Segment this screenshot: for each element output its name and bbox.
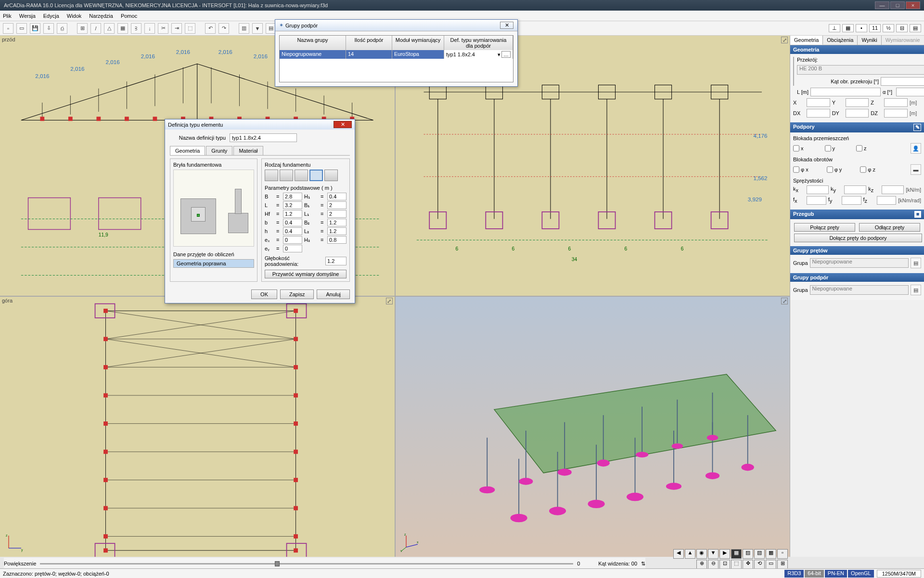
X-input[interactable] — [807, 98, 830, 107]
phiy-check[interactable] — [827, 165, 833, 174]
single-vp-icon[interactable]: ▭ — [766, 560, 776, 569]
rotate-icon[interactable]: ⟲ — [754, 560, 765, 569]
podpory-edit-icon[interactable]: ✎ — [913, 124, 921, 131]
ok-button[interactable]: OK — [251, 289, 277, 299]
B2-input[interactable] — [327, 219, 346, 226]
print-icon[interactable]: ⎙ — [57, 23, 67, 34]
ry-check[interactable] — [825, 144, 831, 153]
support-fixed-icon[interactable]: ▬ — [911, 164, 921, 175]
def-tab-grunty[interactable]: Grunty — [206, 146, 232, 155]
bars-icon[interactable]: / — [90, 23, 101, 34]
kx-input[interactable] — [807, 185, 829, 194]
dlg-grupy-close[interactable]: ✕ — [500, 22, 513, 29]
polacz-button[interactable]: Połącz pręty — [794, 223, 855, 232]
kat-stepper-icon[interactable]: ⇅ — [641, 561, 645, 567]
ey-input[interactable] — [283, 245, 302, 252]
nav-up-icon[interactable]: ▲ — [685, 549, 695, 559]
grupy-typ-edit-icon[interactable]: … — [501, 51, 511, 58]
nav-right-icon[interactable]: ▶ — [719, 549, 730, 559]
nav-left-icon[interactable]: ◀ — [673, 549, 684, 559]
def-name-input[interactable] — [230, 133, 297, 142]
fund-type-3[interactable] — [295, 170, 308, 181]
fy-input[interactable] — [842, 196, 861, 205]
fx-input[interactable] — [807, 196, 826, 205]
nav-down-icon[interactable]: ▼ — [708, 549, 719, 559]
tab-obciazenia[interactable]: Obciążenia — [823, 36, 858, 45]
viewport-top[interactable]: góra ⤢ zy — [0, 297, 395, 557]
fund-type-4[interactable] — [309, 170, 323, 181]
odlacz-button[interactable]: Odłącz pręty — [859, 223, 920, 232]
grupa-podpor-select[interactable]: Niepogrupowane — [810, 285, 909, 295]
grupa-podpor-edit-icon[interactable]: ▤ — [911, 285, 921, 295]
view-solid-icon[interactable]: ▨ — [743, 549, 753, 559]
Y-input[interactable] — [846, 98, 869, 107]
H2-input[interactable] — [327, 236, 346, 244]
L-input[interactable] — [810, 88, 881, 96]
h-input[interactable] — [283, 227, 302, 235]
Hf-input[interactable] — [283, 210, 302, 218]
supports-icon[interactable]: ⫖ — [131, 23, 141, 34]
ky-input[interactable] — [844, 185, 866, 194]
b-input[interactable] — [283, 219, 302, 226]
L2-input[interactable] — [327, 227, 346, 235]
maximize-button[interactable]: □ — [890, 1, 905, 9]
viewport-3d[interactable]: ⤢ zxy — [396, 297, 790, 557]
zoom-fit-icon[interactable]: ⊡ — [719, 560, 730, 569]
rx-check[interactable] — [793, 144, 799, 153]
fund-type-2[interactable] — [280, 170, 293, 181]
L1-input[interactable] — [327, 210, 346, 218]
kat-input[interactable] — [881, 77, 924, 86]
phix-check[interactable] — [793, 165, 799, 174]
H1-input[interactable] — [327, 193, 346, 200]
view-wire-icon[interactable]: ▦ — [731, 549, 742, 559]
menu-plik[interactable]: Plik — [3, 13, 12, 19]
snap-ortho-icon[interactable]: ⊥ — [829, 24, 840, 32]
fund-type-1[interactable] — [265, 170, 278, 181]
L-input[interactable] — [283, 201, 302, 209]
rz-check[interactable] — [856, 144, 862, 153]
close-button[interactable]: × — [906, 1, 920, 9]
DZ-input[interactable] — [884, 109, 908, 118]
pan-icon[interactable]: ✥ — [743, 560, 753, 569]
vp-expand-tr[interactable]: ⤢ — [781, 37, 788, 43]
cut-icon[interactable]: ✂ — [158, 23, 168, 34]
przekroj-select[interactable]: HE 200 B — [797, 65, 924, 75]
dolacz-button[interactable]: Dołącz pręty do podpory — [794, 234, 922, 242]
calc-icon[interactable]: ▥ — [239, 23, 249, 34]
grupa-pretow-edit-icon[interactable]: ▤ — [911, 258, 921, 268]
save-icon[interactable]: 💾 — [30, 23, 40, 34]
przegub-toggle-icon[interactable]: ■ — [914, 211, 921, 218]
snap-angle-value[interactable]: 11 — [869, 24, 881, 32]
select-icon[interactable]: ⬚ — [185, 23, 195, 34]
open-icon[interactable]: ▭ — [16, 23, 27, 34]
quad-vp-icon[interactable]: ⊞ — [777, 560, 788, 569]
def-tab-geometria[interactable]: Geometria — [170, 146, 205, 155]
Z-input[interactable] — [884, 98, 908, 107]
B1-input[interactable] — [327, 201, 346, 209]
snap-node-icon[interactable]: • — [856, 24, 867, 32]
vp-expand-3d[interactable]: ⤢ — [781, 298, 788, 304]
menu-widok[interactable]: Widok — [67, 13, 82, 19]
grupy-row[interactable]: Niepogrupowane 14 EuroStopa typ1 1.8x2.4… — [280, 50, 513, 59]
zoom-win-icon[interactable]: ⬚ — [731, 560, 742, 569]
mesh-icon[interactable]: ▦ — [117, 23, 128, 34]
tree-icon[interactable]: ⊟ — [896, 24, 908, 32]
tab-geometria[interactable]: Geometria — [790, 36, 823, 45]
dlg-def-close[interactable]: ✕ — [334, 121, 352, 128]
snap-grid-icon[interactable]: ▦ — [842, 24, 854, 32]
snap-mid-icon[interactable]: ½ — [883, 24, 894, 32]
gleb-input[interactable] — [325, 257, 346, 265]
fz-input[interactable] — [877, 196, 897, 205]
zoom-out-icon[interactable]: ⊖ — [708, 560, 719, 569]
grupa-pretow-select[interactable]: Niepogrupowane — [810, 258, 909, 268]
menu-pomoc[interactable]: Pomoc — [121, 13, 137, 19]
new-icon[interactable]: ▫ — [3, 23, 13, 34]
anuluj-button[interactable]: Anuluj — [317, 289, 350, 299]
ex-input[interactable] — [283, 236, 302, 244]
minimize-button[interactable]: — — [875, 1, 889, 9]
import-icon[interactable]: ⇩ — [43, 23, 54, 34]
tab-wyniki[interactable]: Wyniki — [858, 36, 881, 45]
view-persp-icon[interactable]: ▩ — [766, 549, 776, 559]
fund-type-5[interactable] — [324, 170, 338, 181]
menu-narzedzia[interactable]: Narzędzia — [89, 13, 113, 19]
